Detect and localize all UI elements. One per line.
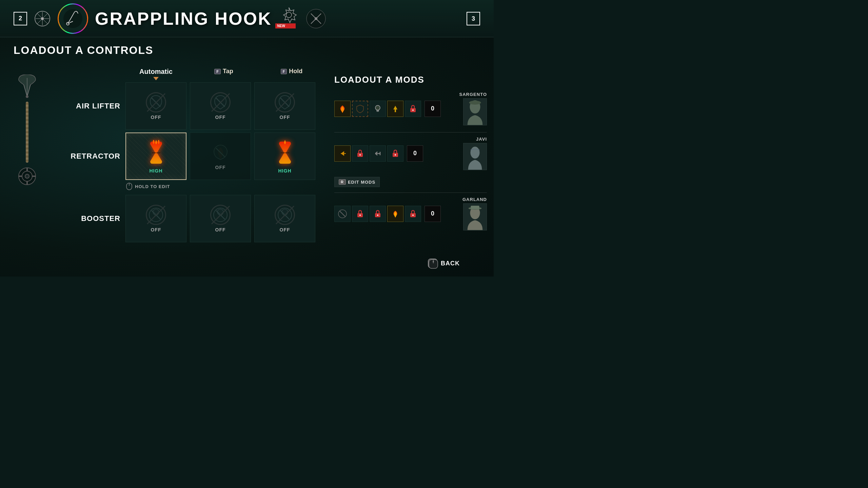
edit-mods-button[interactable]: R EDIT MODS — [334, 177, 380, 187]
off-icon — [275, 92, 295, 113]
new-badge-container: NEW — [279, 6, 299, 31]
off-icon — [210, 205, 231, 225]
garland-lock-1[interactable] — [352, 206, 368, 222]
edit-mods-area: R EDIT MODS — [334, 177, 487, 187]
arrow-back-mod-slot[interactable] — [334, 145, 351, 162]
r-key: R — [339, 179, 346, 185]
retractor-hold-value: HIGH — [278, 168, 292, 174]
javi-lock-2[interactable] — [387, 145, 403, 162]
booster-tap-cell[interactable]: OFF — [190, 195, 251, 242]
flame-small-mod-slot[interactable] — [387, 206, 403, 222]
booster-label: BOOSTER — [58, 214, 120, 223]
flame-mod-slot[interactable] — [334, 101, 351, 117]
booster-row: BOOSTER OFF — [125, 195, 336, 242]
mods-title: LOADOUT A MODS — [334, 75, 487, 85]
svg-point-6 — [63, 9, 82, 28]
new-badge: NEW — [275, 23, 296, 28]
garland-lock-2[interactable] — [370, 206, 386, 222]
javi-info: JAVI — [463, 137, 487, 170]
shield-mod-slot[interactable] — [352, 101, 368, 117]
svg-rect-24 — [19, 176, 22, 177]
svg-point-56 — [470, 147, 479, 159]
off-dark-icon — [210, 142, 231, 163]
retractor-auto-cell[interactable]: HIGH HOLD TO EDIT — [125, 133, 186, 180]
off-icon — [275, 205, 295, 225]
booster-tap-value: OFF — [215, 227, 226, 232]
javi-count: 0 — [407, 145, 423, 162]
arrow-up-mod-slot[interactable] — [387, 101, 403, 117]
active-indicator — [153, 77, 159, 80]
retractor-tap-cell[interactable]: OFF — [190, 133, 251, 180]
circle-off-mod-slot[interactable] — [334, 206, 351, 222]
separator-1 — [334, 132, 487, 133]
svg-point-55 — [395, 154, 396, 156]
sargento-avatar — [463, 98, 487, 125]
svg-point-18 — [26, 95, 28, 98]
air-lifter-auto-value: OFF — [151, 115, 161, 120]
lock-mod-slot[interactable] — [405, 101, 421, 117]
booster-auto-cell[interactable]: OFF — [125, 195, 186, 242]
javi-lock-1[interactable] — [352, 145, 368, 162]
off-icon — [210, 92, 231, 113]
nav-left[interactable]: 2 — [14, 12, 27, 25]
gear-with-hook-icon — [279, 6, 299, 26]
section-title: LOADOUT A CONTROLS — [14, 44, 153, 57]
svg-point-51 — [359, 154, 361, 156]
air-lifter-tap-cell[interactable]: OFF — [190, 82, 251, 130]
hold-to-edit: HOLD TO EDIT — [126, 183, 170, 190]
separator-2 — [334, 192, 487, 193]
arrow-left-gray-mod-slot[interactable] — [370, 145, 386, 162]
mouse-button-icon — [428, 259, 437, 268]
booster-auto-value: OFF — [151, 227, 161, 232]
booster-hold-value: OFF — [280, 227, 290, 232]
nav-right[interactable]: 3 — [467, 12, 480, 25]
garland-count: 0 — [425, 206, 441, 222]
javi-mod-slots — [334, 145, 403, 162]
col-header-automatic: Automatic — [125, 68, 186, 80]
booster-hold-cell[interactable]: OFF — [254, 195, 315, 242]
garland-row: 0 GARLAND — [334, 197, 487, 230]
flame-icon — [144, 139, 168, 166]
garland-lock-3[interactable] — [405, 206, 421, 222]
col-header-hold: F Hold — [261, 68, 322, 80]
sargento-row: 0 SARGENTO — [334, 92, 487, 125]
svg-point-62 — [377, 215, 378, 216]
hold-to-edit-label: HOLD TO EDIT — [135, 184, 170, 189]
sargento-count: 0 — [425, 101, 441, 117]
air-lifter-hold-cell[interactable]: OFF — [254, 82, 315, 130]
svg-point-60 — [359, 215, 361, 216]
edit-mods-label: EDIT MODS — [348, 180, 375, 185]
bulb-mod-slot[interactable] — [370, 101, 386, 117]
off-icon — [146, 92, 166, 113]
svg-rect-48 — [469, 102, 481, 103]
mouse-icon — [126, 183, 132, 190]
retractor-hold-cell[interactable]: HIGH — [254, 133, 315, 180]
javi-name: JAVI — [476, 137, 487, 142]
wind-icon — [34, 10, 51, 27]
sargento-name: SARGENTO — [459, 92, 487, 97]
air-lifter-auto-cell[interactable]: OFF — [125, 82, 186, 130]
grappling-hook-icon — [58, 3, 88, 34]
f-key-hold: F — [281, 69, 287, 74]
garland-name: GARLAND — [462, 197, 487, 202]
javi-section: 0 JAVI R EDIT MODS — [334, 137, 487, 187]
svg-rect-67 — [471, 206, 479, 209]
tap-label: F Tap — [214, 68, 233, 75]
back-button[interactable]: BACK — [428, 259, 460, 268]
retractor-row: RETRACTOR — [125, 133, 336, 180]
svg-point-64 — [412, 215, 414, 216]
air-lifter-row: AIR LIFTER OFF OF — [125, 82, 336, 130]
javi-avatar — [463, 143, 487, 170]
air-lifter-label: AIR LIFTER — [58, 102, 120, 110]
retractor-label: RETRACTOR — [58, 152, 120, 161]
sargento-section: 0 SARGENTO — [334, 92, 487, 125]
sargento-info: SARGENTO — [459, 92, 487, 125]
svg-point-70 — [433, 261, 434, 262]
svg-point-40 — [375, 105, 380, 110]
svg-point-21 — [25, 174, 29, 178]
svg-rect-25 — [32, 176, 36, 177]
off-icon — [146, 205, 166, 225]
weapon-visual — [7, 75, 47, 186]
air-lifter-tap-value: OFF — [215, 115, 226, 120]
automatic-label: Automatic — [139, 68, 173, 76]
